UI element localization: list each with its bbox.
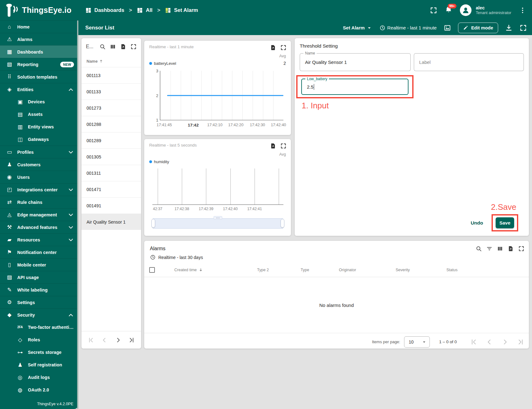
- sidebar-item[interactable]: ♟ Customers: [0, 158, 78, 171]
- filter-icon[interactable]: [486, 246, 492, 252]
- expand-icon[interactable]: [68, 86, 74, 93]
- fullscreen-icon[interactable]: [130, 44, 137, 50]
- legend-label[interactable]: humidity: [154, 159, 169, 164]
- save-button[interactable]: Save: [496, 217, 514, 228]
- sidebar-item[interactable]: ▤ Assets: [0, 108, 78, 121]
- sidebar-item[interactable]: ⚠ Alarms: [0, 33, 78, 45]
- first-page-icon[interactable]: [470, 338, 477, 346]
- last-page-icon[interactable]: [517, 338, 524, 346]
- columns-icon[interactable]: [110, 44, 116, 50]
- column-type[interactable]: Type: [301, 268, 339, 272]
- undo-button[interactable]: Undo: [468, 217, 486, 229]
- timewindow-button[interactable]: Realtime - last 1 minute: [379, 25, 437, 31]
- sensor-row[interactable]: Air Quality Sensor 1: [82, 214, 141, 230]
- sidebar-item[interactable]: ◰ Integrations center: [0, 183, 78, 196]
- sidebar-item[interactable]: ▧ Reporting NEW: [0, 58, 78, 70]
- sidebar-item[interactable]: ▦ Dashboards: [0, 45, 78, 58]
- humidity-chart-plot[interactable]: [152, 168, 283, 205]
- range-slider-grip[interactable]: [213, 216, 222, 220]
- user-info[interactable]: alec Tenant administrator: [476, 5, 511, 16]
- export-icon[interactable]: [270, 143, 276, 149]
- next-page-icon[interactable]: [501, 338, 509, 346]
- expand-icon[interactable]: [68, 312, 74, 318]
- expand-icon[interactable]: [68, 187, 74, 193]
- image-icon[interactable]: [444, 24, 451, 32]
- sidebar-item[interactable]: ⠿ Solution templates: [0, 70, 78, 83]
- sidebar-item[interactable]: ▣ Devices: [0, 96, 78, 108]
- edit-mode-button[interactable]: Edit mode: [458, 23, 498, 33]
- column-status[interactable]: Status: [446, 268, 529, 272]
- fullscreen-icon[interactable]: [518, 246, 524, 252]
- sidebar-item[interactable]: ◍ OAuth 2.0: [0, 384, 78, 396]
- sidebar-item[interactable]: ⚑ Notification center: [0, 246, 78, 258]
- sensor-row[interactable]: 001113: [82, 67, 141, 83]
- page-size-select[interactable]: 10: [404, 336, 430, 348]
- sidebar-item[interactable]: ⊶ Secrets storage: [0, 346, 78, 359]
- download-icon[interactable]: [505, 24, 513, 32]
- column-severity[interactable]: Severity: [396, 268, 446, 272]
- sidebar-item[interactable]: ⌂ Home: [0, 20, 78, 33]
- alarms-timewindow-button[interactable]: Realtime - last 30 days: [144, 252, 529, 260]
- sidebar-item[interactable]: ▰ Resources: [0, 233, 78, 246]
- sidebar-item[interactable]: ⇄ Rule chains: [0, 196, 78, 208]
- column-originator[interactable]: Originator: [339, 268, 396, 272]
- dashboard-state-button[interactable]: Set Alarm: [343, 25, 372, 31]
- breadcrumb-item[interactable]: > All: [124, 7, 152, 13]
- sidebar-item[interactable]: ⚙ Settings: [0, 296, 78, 308]
- prev-page-icon[interactable]: [486, 338, 493, 346]
- sensor-row[interactable]: 001289: [82, 132, 141, 148]
- range-slider-handle-left[interactable]: [151, 219, 155, 228]
- sensor-row[interactable]: 001288: [82, 116, 141, 132]
- expand-icon[interactable]: [68, 237, 74, 243]
- fullscreen-icon[interactable]: [280, 44, 287, 51]
- name-column-header[interactable]: Name: [82, 55, 141, 67]
- sidebar-item[interactable]: ✎ White labeling: [0, 283, 78, 296]
- legend-label[interactable]: batteryLevel: [154, 61, 176, 66]
- first-page-icon[interactable]: [87, 337, 94, 344]
- expand-icon[interactable]: [68, 149, 74, 155]
- sensor-row[interactable]: 001311: [82, 165, 141, 181]
- label-field[interactable]: Label: [414, 53, 524, 71]
- sensor-row[interactable]: 001491: [82, 197, 141, 214]
- expand-icon[interactable]: [68, 224, 74, 230]
- sidebar-item[interactable]: ▭ Profiles: [0, 146, 78, 158]
- sensor-row[interactable]: 001133: [82, 83, 141, 100]
- sidebar-item[interactable]: ▨ API usage: [0, 271, 78, 283]
- column-created-time[interactable]: Created time: [174, 267, 257, 272]
- columns-icon[interactable]: [497, 246, 503, 252]
- name-field[interactable]: Name Air Quality Sensor 1: [300, 53, 411, 71]
- sensor-row[interactable]: 001305: [82, 148, 141, 165]
- sidebar-item[interactable]: ◇ Roles: [0, 334, 78, 346]
- search-icon[interactable]: [476, 246, 482, 252]
- sidebar-item[interactable]: ▯ Mobile center: [0, 258, 78, 271]
- notifications-button[interactable]: 99+: [445, 6, 452, 15]
- last-page-icon[interactable]: [128, 337, 135, 344]
- avatar[interactable]: [460, 4, 471, 16]
- range-slider-track[interactable]: [152, 218, 283, 229]
- sidebar-item[interactable]: ▥ Entity views: [0, 121, 78, 133]
- fullscreen-icon[interactable]: [280, 143, 287, 149]
- sidebar-scrollbar[interactable]: [77, 20, 78, 409]
- sidebar-item[interactable]: ◬ Edge management: [0, 208, 78, 221]
- kebab-menu-icon[interactable]: [519, 7, 526, 14]
- sidebar-item[interactable]: ♟ Self registration: [0, 359, 78, 371]
- fullscreen-icon[interactable]: [519, 24, 527, 32]
- sidebar-item[interactable]: ⚒ Advanced features: [0, 221, 78, 233]
- search-icon[interactable]: [99, 44, 106, 50]
- column-type2[interactable]: Type 2: [257, 268, 301, 272]
- breadcrumb-item[interactable]: Dashboards: [85, 7, 124, 13]
- prev-page-icon[interactable]: [101, 337, 108, 344]
- time-range-slider[interactable]: [152, 216, 283, 229]
- sidebar-item[interactable]: ◆ Security: [0, 308, 78, 321]
- battery-chart-plot[interactable]: 3 2 1: [160, 71, 283, 120]
- sidebar-item[interactable]: ◫ Gateways: [0, 133, 78, 146]
- breadcrumb-item[interactable]: > Set Alarm: [152, 7, 198, 13]
- sidebar-item[interactable]: ◉ Users: [0, 171, 78, 183]
- low-battery-field[interactable]: Low_battery 2.5: [301, 79, 408, 95]
- export-icon[interactable]: [508, 246, 514, 252]
- next-page-icon[interactable]: [115, 337, 122, 344]
- sensor-row[interactable]: 001273: [82, 100, 141, 116]
- expand-icon[interactable]: [68, 212, 74, 218]
- sidebar-item[interactable]: ◈ Entities: [0, 83, 78, 96]
- sensor-row[interactable]: 001471: [82, 181, 141, 197]
